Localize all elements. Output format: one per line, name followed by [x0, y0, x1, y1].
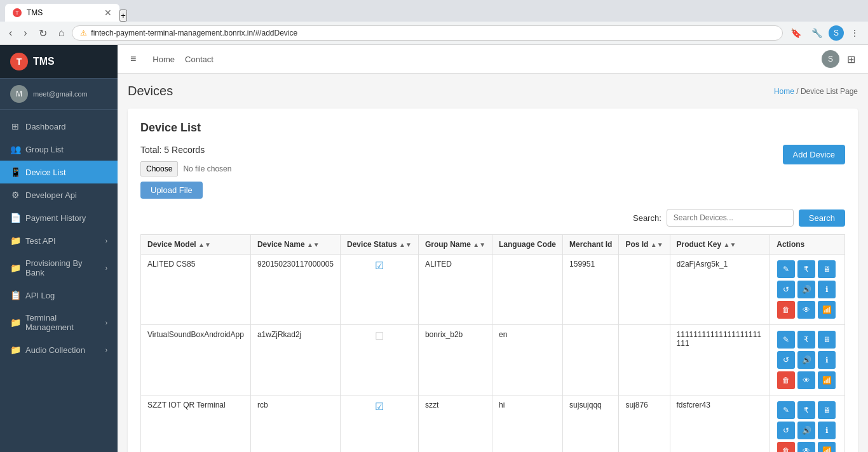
col-device-name[interactable]: Device Name ▲▼: [250, 235, 340, 255]
col-group-name[interactable]: Group Name ▲▼: [418, 235, 492, 255]
sidebar-item-label: Audio Collection: [25, 345, 85, 355]
sidebar-item-label: API Log: [25, 291, 55, 300]
sidebar-nav: ⊞ Dashboard 👥 Group List 📱 Device List ⚙…: [0, 110, 118, 452]
new-tab-btn[interactable]: +: [119, 10, 127, 22]
sidebar-item-label: Test API: [25, 236, 56, 246]
sidebar-item-terminal-management[interactable]: 📁 Terminal Management ›: [0, 307, 118, 338]
extensions-btn[interactable]: 🔧: [808, 25, 826, 41]
cell-device-name: rcb: [250, 396, 340, 453]
address-bar[interactable]: ⚠ fintech-payment-terminal-management.bo…: [72, 25, 783, 41]
cell-device-status: ☑: [341, 255, 419, 325]
edit-btn[interactable]: ✎: [777, 331, 795, 349]
device-table: Device Model ▲▼ Device Name ▲▼ Device St…: [140, 234, 845, 452]
wifi-btn[interactable]: 📶: [818, 301, 836, 319]
info-btn[interactable]: ℹ: [818, 422, 836, 439]
test-api-icon: 📁: [10, 236, 20, 246]
main-content: Devices Home / Device List Page Device L…: [118, 74, 868, 452]
info-btn[interactable]: ℹ: [818, 351, 836, 369]
hamburger-btn[interactable]: ≡: [130, 53, 136, 65]
menu-btn[interactable]: ⋮: [846, 25, 863, 41]
col-device-status[interactable]: Device Status ▲▼: [341, 235, 419, 255]
payment-history-icon: 📄: [10, 213, 20, 223]
sidebar-item-dashboard[interactable]: ⊞ Dashboard: [0, 115, 118, 138]
delete-btn[interactable]: 🗑: [777, 301, 795, 319]
monitor-btn[interactable]: 🖥: [818, 260, 836, 278]
reload-btn[interactable]: ↻: [35, 26, 51, 41]
view-btn[interactable]: 👁: [797, 301, 815, 319]
back-btn[interactable]: ‹: [5, 26, 16, 40]
delete-btn[interactable]: 🗑: [777, 371, 795, 389]
search-input[interactable]: [667, 209, 794, 227]
wifi-btn[interactable]: 📶: [818, 442, 836, 452]
top-nav-user-avatar[interactable]: S: [822, 50, 839, 68]
dashboard-icon: ⊞: [10, 121, 20, 131]
forward-btn[interactable]: ›: [20, 26, 31, 40]
profile-btn[interactable]: S: [829, 25, 844, 41]
payment-btn[interactable]: ₹: [797, 260, 815, 278]
col-pos-id[interactable]: Pos Id ▲▼: [619, 235, 670, 255]
top-nav: ≡ Home Contact S ⊞: [118, 45, 868, 74]
cell-device-status: ☑: [341, 396, 419, 453]
sound-btn[interactable]: 🔊: [797, 422, 815, 439]
sidebar-item-group-list[interactable]: 👥 Group List: [0, 138, 118, 161]
add-device-btn[interactable]: Add Device: [783, 145, 845, 164]
wifi-btn[interactable]: 📶: [818, 371, 836, 389]
payment-btn[interactable]: ₹: [797, 331, 815, 349]
cell-product-key: 11111111111111111111111: [670, 325, 770, 396]
cell-language-code: en: [492, 325, 563, 396]
sidebar-item-test-api[interactable]: 📁 Test API ›: [0, 229, 118, 252]
nav-arrow-icon: ›: [105, 347, 107, 354]
table-body: ALITED CS85 920150230117000005 ☑ ALITED …: [141, 255, 845, 453]
view-btn[interactable]: 👁: [797, 442, 815, 452]
sidebar-item-provisioning-by-bank[interactable]: 📁 Provisioning By Bank ›: [0, 252, 118, 284]
top-nav-grid-icon[interactable]: ⊞: [847, 53, 855, 65]
col-product-key[interactable]: Product Key ▲▼: [670, 235, 770, 255]
bookmark-btn[interactable]: 🔖: [787, 25, 805, 41]
cell-actions: ✎ ₹ 🖥 ↺ 🔊 ℹ 🗑 👁 📶: [770, 325, 845, 396]
info-btn[interactable]: ℹ: [818, 281, 836, 298]
payment-btn[interactable]: ₹: [797, 401, 815, 419]
sidebar-item-payment-history[interactable]: 📄 Payment History: [0, 206, 118, 229]
sound-btn[interactable]: 🔊: [797, 351, 815, 369]
group-list-icon: 👥: [10, 144, 20, 154]
nav-link-contact[interactable]: Contact: [185, 55, 214, 64]
sidebar-item-api-log[interactable]: 📋 API Log: [0, 284, 118, 307]
browser-tab-active[interactable]: T TMS ✕: [5, 4, 119, 22]
home-btn[interactable]: ⌂: [55, 26, 69, 40]
nav-link-home[interactable]: Home: [153, 55, 175, 64]
sound-btn[interactable]: 🔊: [797, 281, 815, 298]
table-header-row: Device Model ▲▼ Device Name ▲▼ Device St…: [141, 235, 845, 255]
sidebar-item-developer-api[interactable]: ⚙ Developer Api: [0, 183, 118, 206]
breadcrumb-home[interactable]: Home: [774, 87, 794, 96]
edit-btn[interactable]: ✎: [777, 260, 795, 278]
sort-icon: ▲▼: [307, 241, 320, 248]
col-merchant-id: Merchant Id: [563, 235, 619, 255]
developer-api-icon: ⚙: [10, 190, 20, 200]
upload-file-btn[interactable]: Upload File: [140, 182, 203, 199]
sidebar-logo: T TMS: [0, 45, 118, 79]
sidebar-item-label: Terminal Management: [25, 313, 100, 332]
delete-btn[interactable]: 🗑: [777, 442, 795, 452]
col-actions: Actions: [770, 235, 845, 255]
sidebar-item-device-list[interactable]: 📱 Device List: [0, 161, 118, 183]
edit-btn[interactable]: ✎: [777, 401, 795, 419]
search-btn[interactable]: Search: [799, 209, 845, 227]
monitor-btn[interactable]: 🖥: [818, 401, 836, 419]
refresh-btn[interactable]: ↺: [777, 351, 795, 369]
tab-close-btn[interactable]: ✕: [104, 8, 112, 18]
api-log-icon: 📋: [10, 290, 20, 300]
monitor-btn[interactable]: 🖥: [818, 331, 836, 349]
sidebar-item-audio-collection[interactable]: 📁 Audio Collection ›: [0, 338, 118, 361]
browser-action-buttons: 🔖 🔧 S ⋮: [787, 25, 863, 41]
cell-actions: ✎ ₹ 🖥 ↺ 🔊 ℹ 🗑 👁 📶: [770, 255, 845, 325]
cell-group-name: bonrix_b2b: [418, 325, 492, 396]
refresh-btn[interactable]: ↺: [777, 422, 795, 439]
cell-language-code: [492, 255, 563, 325]
cell-device-status: ☐: [341, 325, 419, 396]
col-device-model[interactable]: Device Model ▲▼: [141, 235, 251, 255]
file-choose-btn[interactable]: Choose: [140, 161, 178, 176]
lock-icon: ⚠: [80, 29, 87, 37]
view-btn[interactable]: 👁: [797, 371, 815, 389]
page-header: Devices Home / Device List Page: [128, 84, 858, 98]
refresh-btn[interactable]: ↺: [777, 281, 795, 298]
